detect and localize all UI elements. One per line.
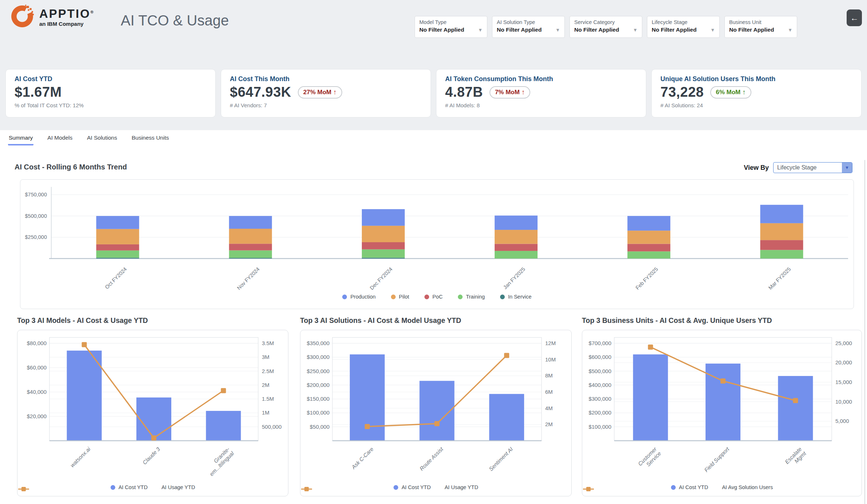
legend-item-training[interactable]: Training: [458, 294, 485, 300]
legend-item-production[interactable]: Production: [342, 294, 375, 300]
scrollbar-track[interactable]: [864, 160, 865, 504]
line-marker[interactable]: [435, 421, 440, 426]
line-marker[interactable]: [365, 424, 370, 429]
legend-item-ai-cost-ytd[interactable]: AI Cost YTD: [393, 484, 431, 490]
y-axis-label: $250,000: [25, 234, 47, 240]
back-button[interactable]: ←: [847, 9, 862, 26]
bar-customer-service[interactable]: [633, 355, 668, 441]
bar-sentiment-ai[interactable]: [489, 394, 524, 441]
bar-segment-in-service[interactable]: [96, 258, 139, 259]
bar-segment-pilot[interactable]: [229, 229, 272, 244]
line-marker[interactable]: [221, 388, 226, 393]
bar-segment-production[interactable]: [96, 216, 139, 229]
bar-granite-em-ltilingual[interactable]: [206, 411, 241, 441]
bar-segment-production[interactable]: [627, 216, 670, 231]
tab-summary[interactable]: Summary: [8, 132, 33, 145]
kpi-card-ai-token-consumption-this-month: AI Token Consumption This Month4.87B7% M…: [436, 69, 646, 117]
chevron-down-icon[interactable]: ▼: [788, 27, 792, 33]
bar-segment-pilot[interactable]: [96, 229, 139, 244]
legend-item-ai-avg-solution-users[interactable]: AI Avg Solution Users: [722, 484, 773, 490]
legend-dot-icon: [111, 485, 115, 490]
bar-segment-poc[interactable]: [760, 240, 803, 250]
bar-claude-3[interactable]: [136, 397, 171, 441]
filter-label: Lifecycle Stage: [652, 19, 715, 25]
bar-segment-poc[interactable]: [362, 242, 405, 249]
filter-label: AI Solution Type: [497, 19, 560, 25]
filter-ai-solution-type[interactable]: AI Solution TypeNo Filter Applied▼: [492, 16, 565, 38]
bar-segment-production[interactable]: [495, 216, 538, 230]
left-axis-label: $100,000: [588, 424, 611, 430]
filter-business-unit[interactable]: Business UnitNo Filter Applied▼: [724, 16, 797, 38]
x-axis-label: watsonx.ai: [69, 446, 92, 469]
x-axis-label: Feb FY2025: [635, 266, 659, 291]
line-marker[interactable]: [648, 344, 653, 349]
legend-label: Production: [350, 294, 375, 300]
line-marker[interactable]: [82, 342, 87, 347]
bar-segment-production[interactable]: [760, 205, 803, 223]
right-axis-label: 2M: [545, 421, 553, 427]
bar-segment-poc[interactable]: [495, 244, 538, 251]
bar-segment-poc[interactable]: [229, 244, 272, 250]
filter-model-type[interactable]: Model TypeNo Filter Applied▼: [415, 16, 487, 38]
legend-item-ai-usage-ytd[interactable]: AI Usage YTD: [444, 484, 478, 490]
chevron-down-icon[interactable]: ▼: [633, 27, 638, 33]
right-axis-label: 12M: [545, 340, 556, 346]
filter-service-category[interactable]: Service CategoryNo Filter Applied▼: [570, 16, 642, 38]
bar-segment-training[interactable]: [495, 251, 538, 259]
bar-segment-pilot[interactable]: [627, 231, 670, 244]
tab-ai-models[interactable]: AI Models: [47, 132, 73, 145]
bar-segment-training[interactable]: [760, 250, 803, 259]
bar-segment-poc[interactable]: [96, 244, 139, 251]
bar-segment-pilot[interactable]: [362, 226, 405, 242]
top-models-legend: AI Cost YTDAI Usage YTD: [17, 484, 288, 490]
right-axis-label: 3M: [262, 354, 269, 360]
legend-item-ai-usage-ytd[interactable]: AI Usage YTD: [161, 484, 195, 490]
bar-segment-pilot[interactable]: [760, 223, 803, 240]
left-axis-label: $400,000: [588, 382, 611, 388]
bar-segment-training[interactable]: [229, 251, 272, 258]
bar-segment-production[interactable]: [362, 209, 405, 226]
filter-value: No Filter Applied: [652, 27, 696, 33]
legend-item-pilot[interactable]: Pilot: [391, 294, 409, 300]
bar-segment-in-service[interactable]: [229, 258, 272, 259]
chevron-down-icon[interactable]: ▼: [555, 27, 560, 33]
filter-label: Service Category: [574, 19, 638, 25]
line-marker[interactable]: [504, 353, 509, 358]
bar-segment-training[interactable]: [362, 249, 405, 258]
legend-item-poc[interactable]: PoC: [424, 294, 443, 300]
bar-segment-production[interactable]: [229, 216, 272, 229]
tab-business-units[interactable]: Business Units: [131, 132, 170, 145]
kpi-title: AI Cost YTD: [15, 75, 207, 83]
bar-watsonx-ai[interactable]: [67, 351, 102, 441]
bar-segment-training[interactable]: [627, 251, 670, 259]
apptio-logo-icon: [10, 4, 34, 30]
line-marker[interactable]: [793, 398, 798, 403]
bar-segment-pilot[interactable]: [495, 230, 538, 244]
right-axis-label: 2M: [262, 382, 269, 388]
legend-line-marker-icon: [301, 487, 312, 492]
bar-segment-poc[interactable]: [627, 244, 670, 251]
right-axis-label: 10M: [545, 356, 556, 363]
x-axis-label: Field Support: [703, 446, 731, 473]
line-marker[interactable]: [720, 379, 726, 384]
chevron-down-icon[interactable]: ▼: [710, 27, 715, 33]
apptio-logo: APPTIO® an IBM Company: [10, 4, 95, 30]
bar-escalate-mgmt[interactable]: [778, 376, 813, 441]
legend-item-ai-cost-ytd[interactable]: AI Cost YTD: [111, 484, 148, 490]
bar-segment-in-service[interactable]: [362, 258, 405, 259]
legend-dot-icon: [458, 295, 463, 299]
legend-label: AI Usage YTD: [444, 484, 478, 490]
bar-route-assist[interactable]: [420, 381, 455, 441]
right-axis-label: 10,000: [835, 399, 852, 405]
legend-item-ai-cost-ytd[interactable]: AI Cost YTD: [671, 484, 708, 490]
tab-ai-solutions[interactable]: AI Solutions: [86, 132, 118, 145]
left-axis-label: $80,000: [27, 340, 47, 346]
legend-item-in-service[interactable]: In Service: [500, 294, 531, 300]
right-axis-label: 20,000: [835, 359, 852, 365]
view-by-select[interactable]: Lifecycle Stage ▼: [773, 162, 852, 173]
line-marker[interactable]: [151, 435, 156, 440]
filter-lifecycle-stage[interactable]: Lifecycle StageNo Filter Applied▼: [647, 16, 720, 38]
bar-segment-training[interactable]: [96, 251, 139, 258]
chevron-down-icon[interactable]: ▼: [842, 163, 852, 173]
chevron-down-icon[interactable]: ▼: [478, 27, 483, 33]
